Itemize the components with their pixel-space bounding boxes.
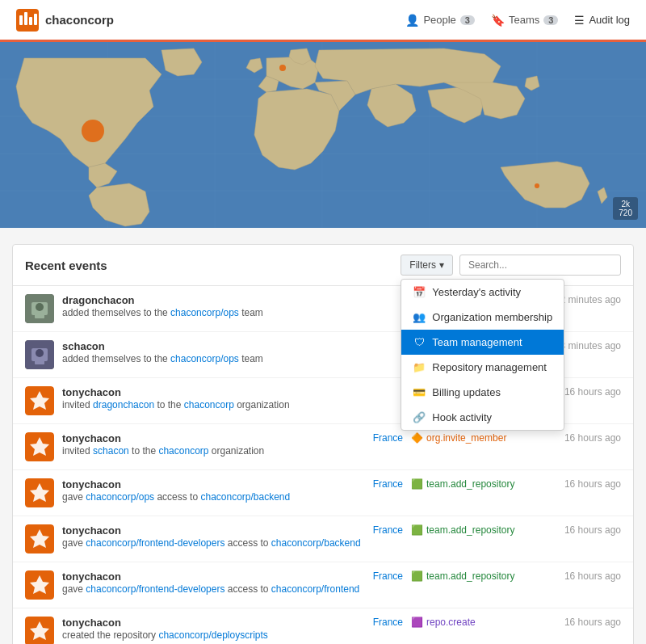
event-description: gave chaconcorp/frontend-developers acce… [62, 537, 363, 550]
event-link[interactable]: chaconcorp/ops [86, 491, 154, 503]
event-meta: France 🟩 team.add_repository 16 hours ag… [371, 570, 621, 582]
event-username[interactable]: tonychacon [62, 570, 363, 583]
logo-text: chaconcorp [45, 13, 114, 27]
people-icon: 👤 [405, 14, 419, 27]
event-link[interactable]: chaconcorp/backend [200, 491, 290, 503]
event-action: 🟩 team.add_repository [411, 570, 540, 582]
event-action: 🔶 org.invite_member [411, 432, 540, 444]
event-action: 🟩 team.add_repository [411, 478, 540, 490]
audit-log-nav-item[interactable]: ☰ Audit log [574, 14, 630, 27]
logo[interactable]: chaconcorp [16, 9, 114, 32]
teams-badge: 3 [543, 15, 558, 25]
event-link[interactable]: chaconcorp/frontend-developers [86, 583, 224, 595]
map-stats: 2k 720 [613, 197, 638, 220]
avatar-img [25, 617, 54, 644]
event-content: tonychacon created the repository chacon… [62, 617, 363, 642]
events-header: Recent events Filters ▾ 📅 Yesterday's ac… [13, 245, 633, 286]
event-time: 16 hours ago [548, 432, 621, 444]
shield-icon: 🛡 [413, 336, 426, 348]
teams-nav-item[interactable]: 🔖 Teams 3 [491, 14, 558, 27]
event-location: France [371, 478, 403, 490]
event-description: gave chaconcorp/ops access to chaconcorp… [62, 490, 363, 504]
action-icon: 🟩 [411, 524, 423, 536]
table-row: tonychacon gave chaconcorp/frontend-deve… [13, 562, 633, 608]
dropdown-item-team-mgmt[interactable]: 🛡 Team management [401, 330, 564, 355]
event-description: gave chaconcorp/frontend-developers acce… [62, 583, 363, 596]
event-action: 🟪 repo.create [411, 617, 540, 628]
svg-rect-1 [19, 15, 23, 25]
event-username[interactable]: tonychacon [62, 617, 363, 629]
event-username[interactable]: tonychacon [62, 524, 363, 537]
dropdown-item-billing[interactable]: 💳 Billing updates [401, 380, 564, 405]
event-description: created the repository chaconcorp/deploy… [62, 629, 363, 642]
teams-icon: 🔖 [491, 14, 505, 27]
table-row: tonychacon gave chaconcorp/ops access to… [13, 470, 633, 516]
avatar-img [25, 570, 54, 600]
avatar-img [25, 432, 54, 461]
people-nav-item[interactable]: 👤 People 3 [405, 14, 475, 27]
main-content: Recent events Filters ▾ 📅 Yesterday's ac… [0, 228, 646, 644]
event-time: 16 hours ago [548, 524, 621, 536]
dropdown-item-repo-mgmt[interactable]: 📁 Repository management [401, 355, 564, 380]
event-link[interactable]: chaconcorp/backend [271, 537, 361, 549]
event-link[interactable]: schacon [93, 445, 129, 457]
event-link[interactable]: chaconcorp/frontend [271, 583, 359, 595]
logo-icon [16, 9, 39, 32]
svg-rect-21 [35, 314, 44, 318]
event-link[interactable]: chaconcorp/deployscripts [158, 629, 267, 641]
table-row: tonychacon created the repository chacon… [13, 608, 633, 644]
event-location: France [371, 570, 403, 582]
avatar [25, 524, 54, 554]
event-link[interactable]: chaconcorp/ops [170, 353, 239, 364]
dropdown-item-label: Billing updates [432, 386, 501, 398]
audit-icon: ☰ [574, 14, 585, 27]
svg-point-20 [36, 303, 44, 311]
world-map: 2k 720 [0, 42, 646, 228]
people-label: People [423, 14, 455, 26]
event-username[interactable]: tonychacon [62, 478, 363, 490]
event-link[interactable]: chaconcorp [158, 445, 208, 457]
event-link[interactable]: chaconcorp [184, 399, 234, 410]
header: chaconcorp 👤 People 3 🔖 Teams 3 ☰ Audit … [0, 0, 646, 42]
svg-point-15 [82, 120, 104, 142]
dropdown-item-label: Yesterday's activity [432, 286, 521, 298]
event-content: tonychacon gave chaconcorp/frontend-deve… [62, 570, 363, 596]
event-location: France [371, 617, 403, 628]
filter-dropdown: 📅 Yesterday's activity 👥 Organization me… [401, 279, 564, 431]
teams-label: Teams [509, 14, 539, 26]
event-link[interactable]: chaconcorp/ops [170, 307, 239, 318]
event-content: tonychacon gave chaconcorp/frontend-deve… [62, 524, 363, 550]
event-time: 16 hours ago [548, 570, 621, 582]
avatar [25, 478, 54, 507]
event-content: tonychacon gave chaconcorp/ops access to… [62, 478, 363, 504]
avatar [25, 294, 54, 323]
svg-point-17 [535, 183, 539, 188]
event-link[interactable]: dragonchacon [93, 399, 154, 410]
filters-button[interactable]: Filters ▾ [401, 255, 453, 276]
event-location: France [371, 524, 403, 536]
dropdown-item-yesterday[interactable]: 📅 Yesterday's activity [401, 280, 564, 305]
billing-icon: 💳 [413, 386, 426, 398]
event-meta: France 🔶 org.invite_member 16 hours ago [371, 432, 621, 444]
avatar-img [25, 386, 54, 415]
event-username[interactable]: tonychacon [62, 432, 363, 444]
map-svg [0, 42, 646, 228]
event-link[interactable]: chaconcorp/frontend-developers [86, 537, 224, 549]
hook-icon: 🔗 [413, 411, 426, 423]
event-content: tonychacon invited schacon to the chacon… [62, 432, 363, 458]
dropdown-item-org-membership[interactable]: 👥 Organization membership [401, 305, 564, 330]
avatar [25, 570, 54, 600]
chevron-down-icon: ▾ [439, 259, 444, 271]
avatar [25, 386, 54, 415]
map-stats-sub: 720 [619, 208, 632, 217]
event-description: invited schacon to the chaconcorp organi… [62, 444, 363, 458]
event-action: 🟩 team.add_repository [411, 524, 540, 536]
dropdown-item-hook[interactable]: 🔗 Hook activity [401, 405, 564, 430]
search-input[interactable] [459, 255, 621, 276]
avatar-img [25, 340, 54, 369]
dropdown-item-label: Hook activity [432, 411, 492, 423]
audit-label: Audit log [589, 14, 630, 26]
table-row: tonychacon gave chaconcorp/frontend-deve… [13, 516, 633, 562]
event-time: 16 hours ago [548, 478, 621, 490]
avatar [25, 617, 54, 644]
